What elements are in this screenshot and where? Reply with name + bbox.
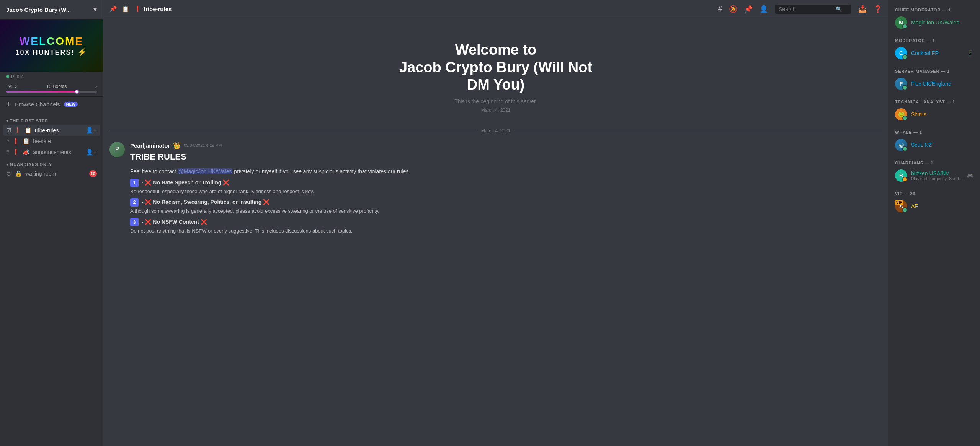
category-label-vip: VIP — 26: [892, 190, 976, 198]
category-label-moderator: MODERATOR — 1: [892, 37, 976, 45]
chevron-right-icon: ›: [95, 84, 97, 89]
mention-magicjon[interactable]: @MagicJon UK/Wales: [178, 168, 233, 174]
member-cocktail[interactable]: C Cocktail FR 📱: [892, 45, 976, 61]
member-blizken[interactable]: B blizken USA/NV Playing Insurgency: San…: [892, 168, 976, 184]
main-content: 📌 📋 ❗ tribe-rules # 🔕 📌 👤 🔍 📥 ❓ Welcome …: [103, 0, 888, 446]
avatar-pearljaminator: P: [109, 142, 125, 157]
phone-icon-cocktail: 📱: [967, 50, 973, 56]
avatar-shirus: 🐸: [895, 108, 907, 120]
member-shirus[interactable]: 🐸 Shirus: [892, 106, 976, 122]
header-actions: # 🔕 📌 👤 🔍 📥 ❓: [718, 5, 882, 14]
category-guardians-only[interactable]: ▾ GUARDIANS ONLY: [3, 158, 100, 168]
channel-item-be-safe[interactable]: # ❗ 📋 be-safe: [3, 136, 100, 146]
server-name: Jacob Crypto Bury (W...: [6, 7, 71, 13]
exclamation-icon-3: ❗: [12, 149, 20, 156]
pin-header-icon[interactable]: 📌: [744, 5, 753, 13]
new-badge: NEW: [64, 102, 78, 107]
member-category-vip: VIP — 26 VIP A AF: [892, 190, 976, 214]
boost-bar: LVL 3 15 Boosts ›: [0, 81, 103, 97]
rule-2-title: 2 - ❌ No Racism, Swearing, Politics, or …: [130, 198, 882, 207]
channel-header-name: ❗ tribe-rules: [134, 6, 172, 13]
category-label-technical-analyst: TECHNICAL ANALYST — 1: [892, 98, 976, 106]
exclamation-icon-2: ❗: [12, 138, 20, 145]
member-category-guardians: GUARDIANS — 1 B blizken USA/NV Playing I…: [892, 159, 976, 184]
chevron-down-icon: ▾: [93, 5, 97, 14]
search-icon: 🔍: [835, 6, 842, 12]
member-info-af: AF: [911, 203, 973, 209]
browse-channels-label: Browse Channels: [15, 101, 60, 107]
rule-1-title: 1 - ❌ No Hate Speech or Trolling ❌: [130, 179, 882, 187]
members-icon[interactable]: 👤: [760, 5, 768, 13]
member-name-magicjon: MagicJon UK/Wales: [911, 20, 973, 26]
avatar-af: VIP A: [895, 200, 907, 212]
channel-item-waiting-room[interactable]: 🛡 🔒 waiting-room 10: [3, 168, 100, 179]
member-category-chief-moderator: CHIEF MODERATOR — 1 M MagicJon UK/Wales: [892, 6, 976, 31]
member-category-server-manager: SERVER MANAGER — 1 F Flex UK/England: [892, 67, 976, 92]
server-banner: WELCOME 10X HUNTERS! ⚡: [0, 20, 103, 72]
boosts-label: 15 Boosts: [46, 84, 67, 89]
message-pearljaminator: P Pearljaminator 👑 03/04/2021 4:19 PM TR…: [103, 140, 888, 240]
server-public-status: Public: [0, 72, 103, 81]
category-label-chief-moderator: CHIEF MODERATOR — 1: [892, 6, 976, 15]
member-status-blizken: Playing Insurgency: Sands...: [911, 176, 963, 181]
search-bar[interactable]: 🔍: [775, 5, 851, 14]
rule-title-1: - ❌ No Hate Speech or Trolling ❌: [142, 179, 229, 186]
category-label-guardians: GUARDIANS — 1: [892, 159, 976, 168]
channel-list: ▾ THE FIRST STEP ☑ ❗ 📋 tribe-rules 👤+ # …: [0, 112, 103, 446]
controller-icon: 🎮: [967, 173, 973, 179]
rule-number-2: 2: [130, 198, 139, 207]
welcome-section: Welcome to Jacob Crypto Bury (Will Not D…: [103, 26, 888, 124]
boost-fill: [6, 91, 79, 93]
rule-number-3: 3: [130, 218, 139, 226]
welcome-title: Welcome to Jacob Crypto Bury (Will Not D…: [111, 41, 880, 94]
rule-3-title: 3 - ❌ No NSFW Content ❌: [130, 218, 882, 226]
member-info-scul: ScuL NZ: [911, 142, 973, 148]
category-label-server-manager: SERVER MANAGER — 1: [892, 67, 976, 76]
search-input[interactable]: [779, 6, 832, 12]
boost-thumb: [75, 90, 79, 94]
member-scul[interactable]: 🐋 ScuL NZ: [892, 137, 976, 153]
member-magicjon[interactable]: M MagicJon UK/Wales: [892, 15, 976, 31]
member-name-af: AF: [911, 203, 973, 209]
server-header[interactable]: Jacob Crypto Bury (W... ▾: [0, 0, 103, 20]
member-info-flex: Flex UK/England: [911, 81, 973, 87]
member-info-magicjon: MagicJon UK/Wales: [911, 20, 973, 26]
hashtag-plus-icon: ✛: [6, 101, 11, 108]
category-the-first-step[interactable]: ▾ THE FIRST STEP: [3, 114, 100, 125]
member-name-flex: Flex UK/England: [911, 81, 973, 87]
hashtag-icon[interactable]: #: [718, 5, 722, 13]
rule-title-3: - ❌ No NSFW Content ❌: [142, 219, 207, 225]
member-category-whale: WHALE — 1 🐋 ScuL NZ: [892, 129, 976, 153]
sidebar-left: Jacob Crypto Bury (W... ▾ WELCOME 10X HU…: [0, 0, 103, 446]
rule-title-2: - ❌ No Racism, Swearing, Politics, or In…: [142, 199, 270, 205]
banner-welcome-text: WELCOME: [15, 35, 87, 47]
avatar-scul: 🐋: [895, 139, 907, 151]
channel-item-tribe-rules[interactable]: ☑ ❗ 📋 tribe-rules 👤+: [3, 125, 100, 136]
member-af[interactable]: VIP A AF: [892, 198, 976, 214]
member-name-scul: ScuL NZ: [911, 142, 973, 148]
rule-desc-1: Be respectful, especially those who are …: [130, 188, 882, 195]
member-info-blizken: blizken USA/NV Playing Insurgency: Sands…: [911, 170, 963, 181]
date-divider: March 4, 2021: [109, 124, 882, 136]
welcome-date: March 4, 2021: [111, 107, 880, 113]
bell-slash-icon[interactable]: 🔕: [729, 5, 737, 13]
banner-subtitle-text: 10X HUNTERS! ⚡: [15, 47, 87, 57]
channel-item-announcements[interactable]: # ❗ 📣 announcements 👤+: [3, 146, 100, 158]
avatar-blizken: B: [895, 169, 907, 182]
member-name-cocktail: Cocktail FR: [911, 50, 963, 56]
member-name-shirus: Shirus: [911, 111, 973, 117]
inbox-icon[interactable]: 📥: [858, 5, 867, 13]
add-member-icon-2[interactable]: 👤+: [86, 148, 97, 156]
category-arrow-icon-2: ▾: [6, 163, 8, 167]
welcome-subtitle: This is the beginning of this server.: [111, 98, 880, 104]
add-member-icon[interactable]: 👤+: [86, 127, 97, 134]
channel-name-announcements: announcements: [33, 149, 82, 155]
category-label-whale: WHALE — 1: [892, 129, 976, 137]
pin-icon: 📌: [109, 5, 117, 13]
help-icon[interactable]: ❓: [874, 5, 882, 13]
rule-desc-2: Although some swearing is generally acce…: [130, 207, 882, 215]
member-flex[interactable]: F Flex UK/England: [892, 76, 976, 92]
message-body: TRIBE RULES Feel free to contact @MagicJ…: [130, 150, 882, 235]
browse-channels-button[interactable]: ✛ Browse Channels NEW: [0, 97, 103, 112]
author-badge-icon: 👑: [173, 142, 181, 149]
